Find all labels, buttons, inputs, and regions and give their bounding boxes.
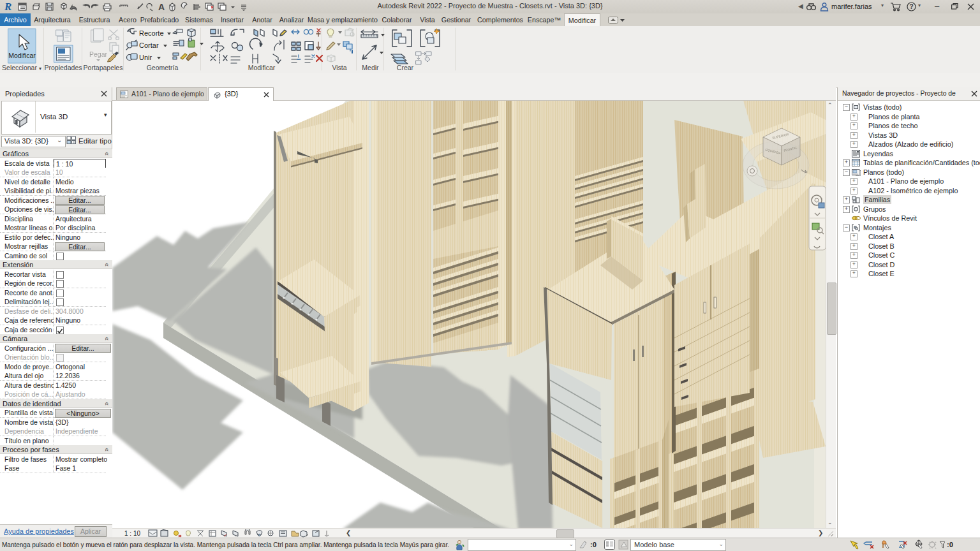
svg-text:Cortar: Cortar	[139, 41, 159, 49]
svg-text:?: ?	[910, 3, 914, 10]
svg-text:Unir: Unir	[139, 54, 152, 61]
svg-text:Modificar: Modificar	[8, 52, 36, 59]
svg-text:Recorte: Recorte	[139, 29, 164, 37]
svg-text:Pegar: Pegar	[89, 50, 108, 58]
